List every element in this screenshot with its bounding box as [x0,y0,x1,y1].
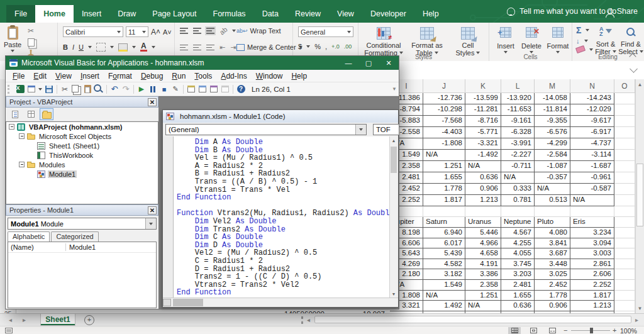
cell[interactable] [614,138,635,150]
normal-view-button[interactable] [508,327,521,334]
properties-panel-header[interactable]: Properties - Module1 ✕ [6,204,158,216]
page-break-view-button[interactable] [546,327,558,334]
cell[interactable]: 1.778 [423,184,465,195]
increase-decimal-button[interactable]: +.0 [331,43,340,50]
toolbox-button[interactable] [220,84,230,94]
cell[interactable]: -1.687 [570,161,614,172]
cell[interactable]: -2.584 [535,150,570,161]
font-color-dropdown-arrow[interactable] [152,46,155,48]
cell[interactable]: 0.333 [501,184,535,195]
cell[interactable]: 6.940 [423,228,465,238]
ribbon-tab-page-layout[interactable]: Page Layout [144,5,204,23]
paste-button[interactable]: Paste [4,24,21,52]
bold-button[interactable]: B [63,43,68,51]
cell[interactable]: -6.917 [570,127,614,138]
cell[interactable] [614,269,635,280]
cell[interactable]: N/A [501,172,535,184]
vba-menu-insert[interactable]: Insert [76,72,104,81]
cell-styles-button[interactable]: Cell Styles [450,23,486,56]
cell[interactable]: -1.087 [535,161,570,172]
insert-object-dropdown-arrow[interactable] [38,88,42,91]
cell[interactable]: -11.814 [535,104,570,116]
cut-button[interactable]: ✂ [28,26,35,35]
cell[interactable]: 0.513 [535,195,570,206]
toggle-folders-button[interactable] [40,108,53,120]
code-margin[interactable] [163,136,174,298]
cell[interactable]: 4.966 [465,238,501,249]
cell[interactable]: -13.920 [501,93,535,104]
vba-menu-addins[interactable]: Add-Ins [216,72,251,81]
hscroll-left-icon[interactable]: ◂ [307,316,310,323]
cell[interactable]: 0.781 [501,195,535,206]
cell[interactable]: -12.029 [570,104,614,116]
cell[interactable]: -4.299 [535,138,570,150]
ribbon-tab-data[interactable]: Data [254,5,287,23]
conditional-formatting-button[interactable]: ≠ Conditional Formatting [364,23,404,56]
vba-menu-tools[interactable]: Tools [190,72,216,81]
sheet-vertical-scrollbar[interactable]: ▲ ▼ [635,79,644,313]
cell[interactable]: 2.252 [570,280,614,291]
align-right-button[interactable] [206,45,214,51]
tree-item-sheet1[interactable]: Sheet1 (Sheet1) [6,141,158,150]
fill-color-button[interactable] [118,43,128,52]
code-line[interactable]: Dim C As Double [177,233,389,242]
autosum-button[interactable]: Σ [576,25,593,35]
object-combo[interactable]: (General) [165,124,367,135]
cell[interactable]: N/A [465,301,501,311]
ribbon-tab-home[interactable]: Home [35,5,74,23]
cell[interactable]: -0.961 [570,172,614,184]
cell[interactable]: N/A [465,161,501,172]
format-as-table-button[interactable]: Format as Table [408,23,447,56]
cell[interactable]: -12.736 [423,93,465,104]
find-select-button[interactable]: Find & Select [619,23,643,55]
cell[interactable]: -14.058 [535,93,570,104]
hscroll-right-icon[interactable]: ▸ [635,316,638,323]
delete-cells-button[interactable]: ✕ Delete [519,23,543,53]
tree-item-module1[interactable]: Module1 [6,169,158,179]
code-line[interactable]: Dim A As Double [177,138,389,147]
cell[interactable]: -6.576 [535,127,570,138]
cell[interactable]: 1.251 [465,291,501,301]
cell[interactable]: 3.386 [465,269,501,280]
cell[interactable]: Saturn [423,217,465,228]
increase-indent-button[interactable]: ⇥ [230,43,236,52]
align-top-button[interactable] [180,28,188,34]
procedure-combo[interactable]: TOF [373,124,399,135]
cell[interactable] [614,248,635,259]
cell[interactable]: 0.636 [501,301,535,311]
zoom-out-button[interactable]: − [564,326,567,334]
code-line[interactable]: Trans2 = 1 - ((C / D) ^ 0.5) [177,273,389,281]
cell[interactable]: 4.582 [423,259,465,270]
next-sheet-button[interactable]: ▸ [23,316,26,323]
cell[interactable]: -1.492 [465,150,501,161]
fill-button[interactable]: ↓ [576,37,593,45]
cell[interactable] [614,116,635,127]
code-line[interactable]: End Function [177,289,389,297]
find-button[interactable] [94,84,104,94]
cell[interactable]: 4.055 [501,248,535,259]
cell[interactable] [614,93,635,104]
vba-maximize-button[interactable]: ▢ [358,56,379,70]
ribbon-tab-help[interactable]: Help [414,5,447,23]
property-row[interactable]: (Name)Module1 [8,242,156,253]
clear-button[interactable] [576,47,593,52]
cell[interactable]: -9.355 [535,116,570,127]
column-header-O[interactable]: O [614,79,635,93]
cell[interactable]: 3.203 [501,269,535,280]
zoom-level[interactable]: 100% [620,327,637,334]
cell[interactable]: -13.599 [465,93,501,104]
cell[interactable]: -4.403 [423,127,465,138]
object-combo-dropdown[interactable] [355,125,366,135]
cell[interactable]: Uranus [465,217,501,228]
decrease-decimal-button[interactable]: .00 [344,43,352,50]
macro-record-icon[interactable] [5,328,13,333]
cell[interactable] [614,104,635,116]
cell[interactable]: Neptune [501,217,535,228]
cell[interactable]: 2.452 [535,280,570,291]
grow-font-button[interactable]: A˄ [151,28,160,36]
align-bottom-button[interactable] [206,28,214,34]
shrink-font-button[interactable]: A˅ [163,28,172,36]
vba-minimize-button[interactable]: — [338,56,358,70]
toolbar-overflow-icon[interactable]: ▼ [392,86,397,92]
fill-color-dropdown-arrow[interactable] [132,46,136,48]
